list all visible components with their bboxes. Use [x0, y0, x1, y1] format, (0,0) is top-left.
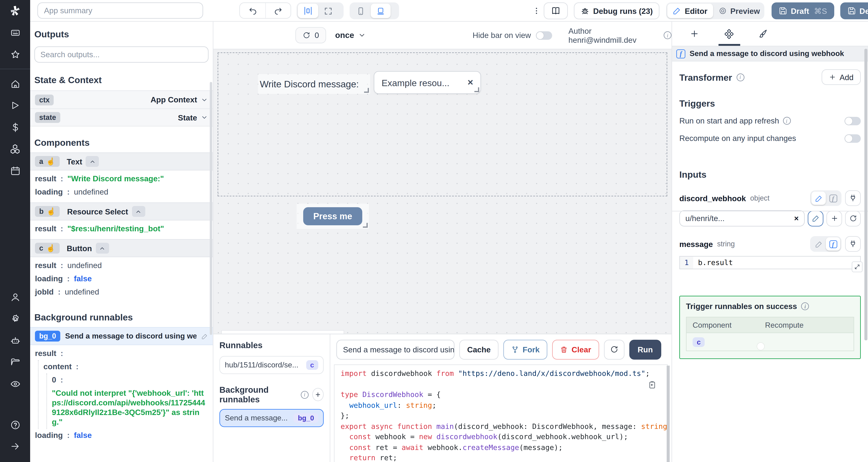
collapse-chevron-up-icon[interactable]	[86, 156, 99, 167]
resize-handle[interactable]	[474, 87, 479, 92]
clear-button[interactable]: Clear	[552, 339, 599, 359]
run-button[interactable]: Run	[629, 339, 661, 359]
windmill-logo-icon[interactable]	[0, 0, 30, 22]
redo-button[interactable]	[265, 3, 290, 18]
state-row[interactable]: state State	[30, 108, 213, 127]
component-b-header[interactable]: b☝ Resource Select	[30, 202, 213, 221]
schedules-calendar-icon[interactable]	[0, 160, 30, 181]
info-icon[interactable]: i	[664, 31, 672, 39]
press-me-button[interactable]: Press me	[303, 207, 363, 225]
connect-plug-icon[interactable]	[845, 190, 861, 206]
tab-editor[interactable]: Editor	[667, 4, 713, 18]
runnable-badge: bg_0	[293, 413, 318, 423]
info-icon[interactable]: i	[301, 391, 309, 399]
right-panel-scrollbar[interactable]	[864, 49, 867, 340]
fork-button[interactable]: Fork	[503, 339, 548, 359]
add-background-runnable-button[interactable]: +	[312, 388, 324, 401]
debug-runs-button[interactable]: Debug runs (23)	[574, 2, 659, 19]
audit-eye-icon[interactable]	[0, 373, 30, 395]
code-editor[interactable]: import discordwebhook from "https://deno…	[334, 364, 668, 462]
deploy-button[interactable]: Deploy	[840, 2, 868, 19]
cache-button[interactable]: Cache	[459, 339, 498, 359]
edit-resource-pencil-button[interactable]	[808, 210, 824, 226]
info-icon[interactable]: i	[736, 73, 744, 81]
tab-component-settings[interactable]	[718, 22, 739, 46]
resources-boxes-icon[interactable]	[0, 138, 30, 160]
edit-pencil-icon[interactable]	[201, 333, 208, 339]
more-menu-button[interactable]	[530, 2, 542, 19]
static-mode-pencil-icon[interactable]	[811, 192, 826, 205]
recompute-toggle[interactable]	[844, 134, 861, 142]
refresh-resource-button[interactable]	[845, 210, 861, 226]
run-on-start-toggle[interactable]	[844, 117, 861, 125]
users-icon[interactable]	[0, 286, 30, 308]
help-icon[interactable]	[0, 414, 30, 435]
recompute-label: Recompute on any input changes	[679, 134, 796, 143]
docs-book-button[interactable]	[544, 2, 568, 19]
fullscreen-button[interactable]	[318, 4, 338, 18]
search-outputs-input[interactable]: Search outputs...	[34, 46, 209, 63]
refresh-code-button[interactable]	[604, 339, 624, 359]
copy-code-icon[interactable]	[648, 381, 656, 389]
info-icon[interactable]: i	[783, 117, 790, 125]
runnable-item-bg0[interactable]: Send a message... bg_0	[219, 409, 324, 427]
bg-runnables-title: Background runnables	[219, 385, 299, 404]
runs-play-icon[interactable]	[0, 95, 30, 116]
desktop-view-button[interactable]	[371, 4, 391, 18]
text-component[interactable]: Write Discord message:	[258, 74, 370, 94]
resize-handle[interactable]	[363, 223, 368, 228]
resource-value-input[interactable]: u/henri/te... ×	[679, 210, 805, 227]
mobile-view-button[interactable]	[351, 4, 371, 18]
resource-select-component[interactable]: Example resou... ×	[374, 71, 481, 94]
component-a-header[interactable]: a☝ Text	[30, 153, 213, 170]
favorites-star-icon[interactable]	[0, 43, 30, 65]
key: loading	[35, 274, 63, 284]
workers-robot-icon[interactable]	[0, 329, 30, 351]
tab-styling-brush[interactable]	[753, 22, 773, 46]
app-summary-input[interactable]: App summary	[37, 2, 203, 19]
chevron-down-icon[interactable]	[201, 114, 208, 121]
variables-dollar-icon[interactable]	[0, 116, 30, 138]
clear-selection-icon[interactable]: ×	[468, 77, 473, 88]
resize-handle[interactable]	[364, 88, 369, 93]
field-name: discord_webhook	[679, 194, 746, 203]
eval-mode-function-icon[interactable]: f	[826, 192, 840, 205]
frequency-dropdown[interactable]: once	[335, 31, 366, 40]
collapse-chevron-up-icon[interactable]	[132, 206, 145, 217]
eval-mode-function-icon[interactable]: f	[826, 237, 840, 251]
ctx-row[interactable]: ctx App Context	[30, 90, 213, 108]
clear-resource-icon[interactable]: ×	[794, 214, 799, 223]
expand-editor-icon[interactable]	[852, 261, 863, 272]
tab-insert-plus[interactable]	[684, 22, 705, 46]
message-expression-editor[interactable]: 1 b.result	[679, 256, 861, 269]
collapse-chevron-up-icon[interactable]	[96, 243, 109, 254]
center-layout-button[interactable]	[298, 4, 318, 18]
button-component-wrapper[interactable]: Press me	[297, 204, 369, 229]
value: "$res:u/henri/testing_bot"	[67, 224, 164, 234]
collapse-arrow-icon[interactable]	[0, 435, 30, 457]
static-mode-pencil-icon[interactable]	[811, 237, 826, 251]
hide-bar-toggle[interactable]	[536, 31, 552, 39]
home-icon[interactable]	[0, 73, 30, 95]
connect-plug-icon[interactable]	[845, 236, 861, 252]
add-resource-button[interactable]	[827, 210, 842, 226]
component-c-header[interactable]: c☝ Button	[30, 239, 213, 257]
tab-preview[interactable]: Preview	[713, 4, 765, 18]
key: loading	[35, 431, 63, 440]
bg0-header[interactable]: bg_0 Send a message to discord using web…	[30, 327, 213, 345]
chevron-down-icon[interactable]	[201, 96, 208, 103]
outputs-panel-scrollbar[interactable]	[210, 82, 212, 335]
code-scrollbar[interactable]	[667, 366, 670, 462]
undo-button[interactable]	[240, 3, 265, 18]
apps-icon[interactable]	[0, 22, 30, 43]
draft-save-button[interactable]: Draft ⌘S	[772, 2, 834, 19]
folders-icon[interactable]	[0, 351, 30, 373]
runnable-item-hub[interactable]: hub/1511/discord/se... c	[219, 356, 324, 374]
state-context-title: State & Context	[34, 75, 209, 85]
app-canvas[interactable]: Write Discord message: Example resou... …	[213, 50, 672, 334]
add-transformer-button[interactable]: Add	[822, 69, 861, 85]
settings-gear-icon[interactable]	[0, 308, 30, 329]
runnable-name-input[interactable]: Send a message to discord using	[336, 339, 455, 359]
refresh-count-pill[interactable]: 0	[296, 27, 326, 43]
info-icon[interactable]: i	[801, 302, 809, 310]
